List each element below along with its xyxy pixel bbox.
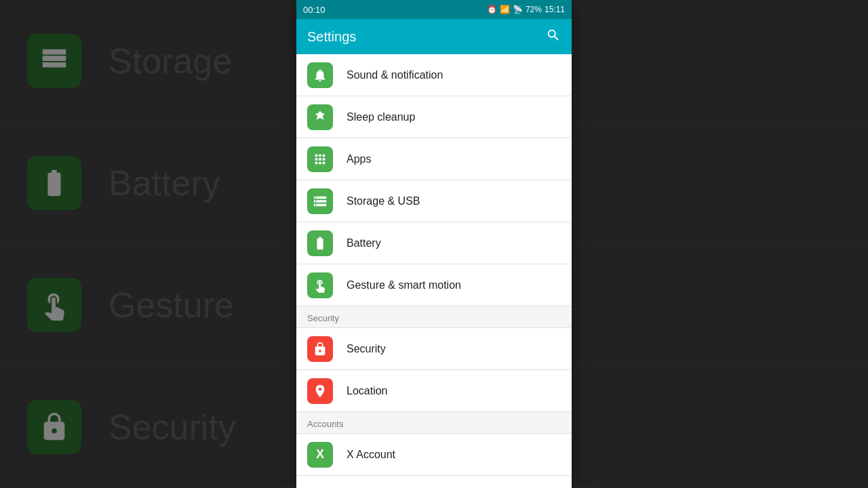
section-header-accounts: Accounts [296,412,572,434]
clock-icon: 15:11 [545,5,565,14]
sleep-icon [307,104,333,130]
storage-icon [307,188,333,214]
apps-icon [307,146,333,172]
sleep-label: Sleep cleanup [347,111,415,123]
status-bar: 00:10 ⏰ 📶 📡 72% 15:11 [296,0,572,19]
menu-item-gesture[interactable]: Gesture & smart motion [296,264,572,306]
sound-icon [307,62,333,88]
section-header-accounts-label: Accounts [307,419,343,429]
menu-item-battery[interactable]: Battery [296,222,572,264]
menu-item-sound[interactable]: Sound & notification [296,54,572,96]
location-label: Location [347,385,388,397]
security-label: Security [347,343,386,355]
menu-item-apps[interactable]: Apps [296,138,572,180]
xaccount-icon: X [307,442,333,468]
signal-icon: 📡 [513,5,523,14]
menu-item-storage[interactable]: Storage & USB [296,180,572,222]
section-header-security: Security [296,306,572,328]
menu-item-xaccount[interactable]: X X Account [296,434,572,476]
status-icons: ⏰ 📶 📡 72% 15:11 [487,5,565,14]
gesture-label: Gesture & smart motion [347,279,461,291]
storage-label: Storage & USB [347,195,420,207]
wifi-icon: 📶 [500,5,510,14]
settings-header: Settings [296,19,572,54]
menu-item-security[interactable]: Security [296,328,572,370]
gesture-icon [307,272,333,298]
menu-list[interactable]: Sound & notification Sleep cleanup Apps … [296,54,572,488]
menu-item-sleep[interactable]: Sleep cleanup [296,96,572,138]
battery-status: 72% [526,5,542,14]
xaccount-label: X Account [347,449,395,461]
menu-item-location[interactable]: Location [296,370,572,412]
section-header-security-label: Security [307,313,339,323]
search-button[interactable] [546,28,561,46]
sound-label: Sound & notification [347,69,443,81]
apps-label: Apps [347,153,371,165]
status-time-left: 00:10 [303,5,326,15]
battery-icon [307,230,333,256]
security-icon [307,336,333,362]
battery-label: Battery [347,237,381,249]
location-icon [307,378,333,404]
settings-panel: 00:10 ⏰ 📶 📡 72% 15:11 Settings Sound & n… [296,0,572,488]
x-letter: X [316,447,324,462]
alarm-icon: ⏰ [487,5,497,14]
settings-title: Settings [307,29,356,45]
